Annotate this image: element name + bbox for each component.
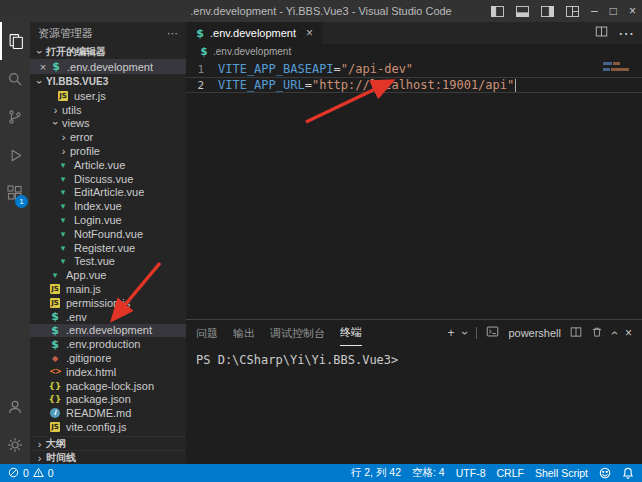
feedback-smiley-icon[interactable] [599,467,611,479]
indentation-status[interactable]: 空格: 4 [412,466,445,480]
kill-terminal-icon[interactable] [591,324,603,342]
operator: = [334,62,341,76]
timeline-section-header[interactable]: › 时间线 [30,450,186,464]
toggle-sidebar-icon[interactable] [491,6,504,17]
terminal-prompt: PS D:\CSharp\Yi\Yi.BBS.Vue3> [196,353,398,367]
open-editors-header[interactable]: › 打开的编辑器 [30,44,186,59]
language-mode[interactable]: Shell Script [535,467,588,479]
shell-name[interactable]: powershell [508,327,561,339]
maximize-panel-icon[interactable]: › [608,331,620,335]
tab-env-development[interactable]: $ .env.development × [186,22,322,44]
file-tree-item[interactable]: $.env.production [30,337,186,351]
file-tree-item[interactable]: ▾Index.vue [30,199,186,213]
minimize-button[interactable]: – [591,4,598,18]
env-file-icon: $ [195,27,205,40]
folder-name: profile [70,145,100,157]
env-file-icon: $ [49,338,61,351]
file-tree-item[interactable]: <>index.html [30,365,186,379]
chevron-right-icon: › [57,131,70,143]
maximize-button[interactable]: □ [610,4,617,18]
tab-output[interactable]: 输出 [233,320,255,346]
file-tree-item[interactable]: ▾Login.vue [30,213,186,227]
account-icon[interactable] [0,388,30,426]
toggle-secondary-sidebar-icon[interactable] [541,6,554,17]
code-editor[interactable]: 1 VITE_APP_BASEAPI="/api-dev" 2 VITE_APP… [186,59,642,319]
outline-section-header[interactable]: › 大纲 [30,436,186,450]
toggle-panel-icon[interactable] [516,6,529,17]
extensions-icon[interactable]: 1 [0,174,30,212]
encoding-status[interactable]: UTF-8 [456,467,486,479]
chevron-right-icon: › [57,145,70,157]
file-tree-item[interactable]: ▾NotFound.vue [30,227,186,241]
chevron-right-icon: › [49,104,62,116]
split-terminal-icon[interactable] [570,324,582,342]
terminal-dropdown-icon[interactable]: › [459,331,471,335]
eol-status[interactable]: CRLF [496,467,523,479]
breadcrumb[interactable]: $ .env.development [186,44,642,59]
json-icon: {} [49,381,61,391]
file-tree-item[interactable]: JSmain.js [30,282,186,296]
env-variable-name: VITE_APP_BASEAPI [218,62,334,76]
bottom-panel: 问题 输出 调试控制台 终端 + › powershell › × PS D:\… [186,319,642,464]
customize-layout-icon[interactable] [566,6,579,17]
folder-name: utils [62,104,82,116]
new-terminal-icon[interactable]: + [447,327,454,339]
source-control-icon[interactable] [0,98,30,136]
terminal-output[interactable]: PS D:\CSharp\Yi\Yi.BBS.Vue3> [186,346,642,464]
activity-bar: 1 [0,22,30,464]
notifications-bell-icon[interactable] [622,467,634,479]
env-file-icon: $ [49,324,61,337]
search-icon[interactable] [0,60,30,98]
folder-tree-item[interactable]: ›views [30,117,186,131]
code-line: 1 VITE_APP_BASEAPI="/api-dev" [186,61,642,77]
cursor-position[interactable]: 行 2, 列 42 [351,466,401,480]
tab-terminal[interactable]: 终端 [340,320,362,346]
file-tree-item[interactable]: ▾EditArticle.vue [30,186,186,200]
explorer-sidebar: 资源管理器 ⋯ › 打开的编辑器 × $ .env.development › … [30,22,186,464]
file-name: EditArticle.vue [74,186,144,198]
file-tree-item[interactable]: $.env [30,310,186,324]
settings-gear-icon[interactable] [0,426,30,464]
file-tree-item[interactable]: ▾Test.vue [30,255,186,269]
folder-tree-item[interactable]: ›utils [30,103,186,117]
run-debug-icon[interactable] [0,136,30,174]
open-editor-item-env-development[interactable]: × $ .env.development [30,59,186,74]
close-panel-icon[interactable]: × [625,327,632,339]
breadcrumb-file-name: .env.development [213,46,291,57]
terminal-shell-icon [486,324,499,342]
file-tree-item[interactable]: iREADME.md [30,406,186,420]
tab-problems[interactable]: 问题 [196,320,218,346]
file-tree-item-env-development[interactable]: $.env.development [30,324,186,338]
file-tree-item[interactable]: ▾App.vue [30,268,186,282]
project-root-header[interactable]: › YI.BBS.VUE3 [30,74,186,89]
close-window-button[interactable]: × [629,4,636,18]
file-tree-item[interactable]: {}package-lock.json [30,379,186,393]
close-editor-icon[interactable]: × [36,61,50,73]
file-name: index.html [66,366,116,378]
problems-status[interactable]: 0 0 [8,467,54,480]
divider [476,327,477,339]
file-tree-item[interactable]: ▾Register.vue [30,241,186,255]
file-tree-item[interactable]: JSuser.js [30,89,186,103]
status-bar: 0 0 行 2, 列 42 空格: 4 UTF-8 CRLF Shell Scr… [0,464,642,482]
vue-icon: ▾ [57,243,69,253]
folder-tree-item[interactable]: ›error [30,130,186,144]
file-tree-item[interactable]: {}package.json [30,393,186,407]
close-tab-icon[interactable]: × [306,26,313,40]
file-tree-item[interactable]: ◆.gitignore [30,351,186,365]
tab-debug-console[interactable]: 调试控制台 [270,320,325,346]
file-tree-item[interactable]: ▾Discuss.vue [30,172,186,186]
more-actions-icon[interactable]: ⋯ [167,27,178,40]
split-editor-icon[interactable] [595,24,608,42]
editor-more-actions-icon[interactable]: ⋯ [618,24,634,43]
chevron-right-icon: › [33,438,46,450]
vue-icon: ▾ [57,187,69,197]
minimap[interactable] [603,62,637,74]
file-tree-item[interactable]: JSvite.config.js [30,420,186,434]
file-tree-item[interactable]: ▾Article.vue [30,158,186,172]
file-name: Article.vue [74,159,125,171]
explorer-icon[interactable] [0,22,30,60]
file-tree-item[interactable]: JSpermission.js [30,296,186,310]
folder-tree-item[interactable]: ›profile [30,144,186,158]
env-file-icon: $ [49,310,61,323]
